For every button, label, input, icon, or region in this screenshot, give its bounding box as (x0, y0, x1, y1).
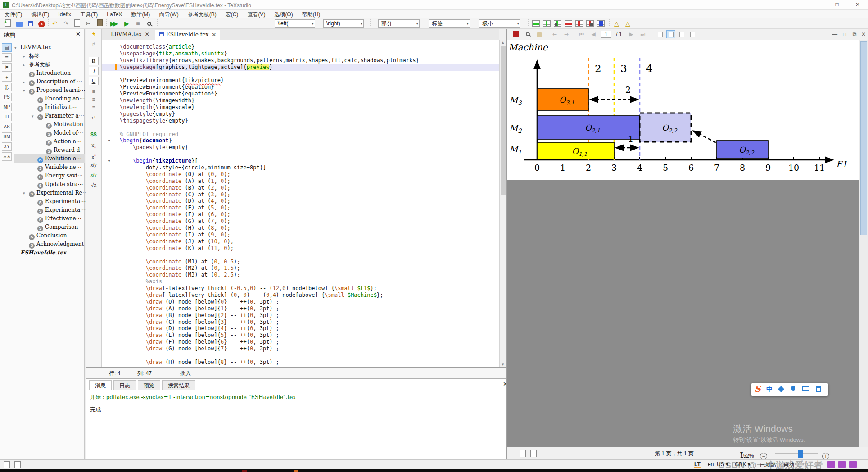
side-panel-icon[interactable]: ▤ (2, 43, 12, 52)
paste-icon[interactable] (95, 19, 104, 28)
section-dropdown[interactable]: 部分 (378, 19, 420, 28)
menu-item[interactable]: 选项(O) (270, 10, 297, 19)
code-line[interactable]: \coordinate (E) at (5, 0); (102, 204, 499, 211)
ime-grid-icon[interactable] (816, 386, 821, 392)
newline-icon[interactable]: ↵ (89, 113, 99, 122)
structure-item[interactable]: ▾LRVMA.tex (14, 43, 85, 52)
code-line[interactable]: \usepackage{tikz,amsmath,siunitx} (102, 50, 499, 57)
structure-item[interactable]: SAction a⋯ (14, 137, 85, 146)
pdf-first-page-icon[interactable]: ⏮ (577, 30, 586, 39)
side-panel-icon[interactable]: ∗ (2, 73, 12, 82)
code-line[interactable]: ▾ \begin{tikzpicture}[ (102, 158, 499, 164)
pdf-close-icon[interactable]: ✕ (859, 30, 868, 39)
table-paste-icon[interactable] (597, 20, 605, 27)
table-remove-column-icon[interactable] (575, 20, 583, 27)
structure-item[interactable]: SAcknowledgment (14, 240, 85, 249)
align-triangle-left-icon[interactable]: △ (612, 19, 621, 28)
table-cut-column-icon[interactable] (586, 20, 594, 27)
code-line[interactable]: \coordinate (M3) at (0, 2.5); (102, 272, 499, 278)
redo-icon[interactable]: ↷ (62, 19, 70, 28)
zoom-slider[interactable] (775, 453, 818, 454)
pdf-last-page-icon[interactable]: ⏭ (638, 30, 647, 39)
table-add-column-icon[interactable] (543, 20, 551, 27)
code-line[interactable]: \newlength{\imagewidth} (102, 97, 499, 104)
code-line[interactable]: \coordinate (C) at (3, 0); (102, 191, 499, 198)
ime-chinese-mode-icon[interactable]: 中 (766, 386, 773, 394)
menu-item[interactable]: Idefix (54, 10, 76, 18)
code-line[interactable]: \coordinate (K) at (11, 0); (102, 245, 499, 252)
code-editor[interactable]: \documentclass{article}\usepackage{tikz,… (102, 40, 499, 367)
scroll-up-icon[interactable]: ▲ (501, 41, 505, 45)
inline-math-icon[interactable]: $$ (89, 131, 99, 139)
underline-icon[interactable]: U (89, 77, 99, 85)
view-log-icon[interactable] (145, 19, 154, 28)
code-line[interactable]: \draw (F) node [below]{6} -- ++(0, 3pt) … (102, 339, 499, 345)
cut-icon[interactable]: ✂ (84, 19, 93, 28)
code-line[interactable]: \usepackage[graphics,tightpage,active]{p… (102, 64, 499, 71)
tab-close-icon[interactable]: ✕ (145, 31, 149, 37)
structure-item[interactable]: ▾SParameter a⋯ (14, 112, 85, 120)
code-line[interactable]: \pagestyle{empty} (102, 144, 499, 151)
pdf-page-input[interactable] (601, 31, 611, 38)
side-panel-icon[interactable]: MP (2, 103, 12, 111)
pdf-prev-page-icon[interactable]: ◀ (589, 30, 598, 39)
table-add-row-icon[interactable] (532, 20, 540, 27)
menu-item[interactable]: 查看(V) (243, 10, 270, 19)
code-line[interactable]: \draw (D) node [below]{4} -- ++(0, 3pt) … (102, 325, 499, 332)
code-line[interactable]: \draw (G) node [below]{7} -- ++(0, 3pt) … (102, 345, 499, 352)
pdf-presentation-icon[interactable] (688, 30, 697, 38)
pdf-back-icon[interactable]: ⬅ (550, 30, 559, 39)
code-line[interactable]: \coordinate (G) at (7, 0); (102, 218, 499, 225)
pdf-minimize-icon[interactable]: — (830, 30, 839, 39)
copy-icon[interactable] (73, 19, 81, 28)
code-line[interactable]: \coordinate (O) at (0, 0); (102, 171, 499, 178)
code-line[interactable]: \coordinate (D) at (4, 0); (102, 198, 499, 204)
build-view-icon[interactable]: ▶▶ (109, 19, 118, 28)
ime-toolbar[interactable]: S 中 (751, 383, 828, 396)
minimize-button[interactable]: — (806, 0, 827, 10)
pdf-hand-tool-icon[interactable] (535, 30, 544, 39)
scrollbar-thumb[interactable] (501, 46, 506, 195)
fraction-icon[interactable]: x/y (89, 161, 99, 170)
structure-item[interactable]: ▾SExperimental Re⋯ (14, 189, 85, 197)
new-file-icon[interactable]: + (4, 19, 12, 28)
annotation2-icon[interactable] (530, 450, 537, 457)
structure-item[interactable]: SIntroduction (14, 69, 85, 77)
code-line[interactable]: \draw (A) node [below]{1} -- ++(0, 3pt) … (102, 305, 499, 312)
ime-keyboard-icon[interactable] (802, 386, 809, 391)
stop-icon[interactable]: ■ (134, 19, 142, 28)
structure-item[interactable]: ▸参考文献 (14, 60, 85, 69)
code-line[interactable]: dot/.style={circle,minimum size=8pt}] (102, 164, 499, 171)
code-line[interactable]: \PreviewEnvironment{equation} (102, 84, 499, 91)
close-file-icon[interactable]: × (37, 19, 46, 28)
align-center-icon[interactable]: ≡ (89, 95, 99, 104)
code-line[interactable]: \thispagestyle{empty} (102, 118, 499, 124)
tab-preview[interactable]: 预览 (138, 380, 160, 390)
sogou-logo-icon[interactable]: S (755, 384, 761, 394)
pdf-detach-icon[interactable]: ⧉ (850, 30, 859, 39)
code-line[interactable]: \draw (E) node [below]{5} -- ++(0, 3pt) … (102, 332, 499, 339)
code-line[interactable]: \draw (H) node [below]{8} -- ++(0, 3pt) … (102, 359, 499, 366)
structure-close-icon[interactable]: ✕ (76, 31, 81, 37)
side-panel-icon[interactable]: ≣ (2, 53, 12, 62)
code-line[interactable]: %axis (102, 278, 499, 285)
pdf-single-page-icon[interactable] (656, 30, 665, 38)
code-line[interactable] (102, 151, 499, 158)
align-left-icon[interactable]: ≡ (89, 87, 99, 96)
structure-item[interactable]: SMotivation (14, 120, 85, 129)
structure-item[interactable]: ESHaveIdle.tex (14, 249, 85, 257)
code-line[interactable]: \documentclass{article} (102, 44, 499, 50)
menu-item[interactable]: 帮助(H) (298, 10, 325, 19)
size-dropdown[interactable]: 极小 (479, 19, 520, 28)
code-line[interactable] (102, 71, 499, 77)
code-line[interactable]: \draw[-latex][very thick] (0,-0) -- (0,4… (102, 292, 499, 299)
code-line[interactable]: \PreviewEnvironment{equation*} (102, 91, 499, 97)
side-panel-icon[interactable]: ([. (2, 83, 12, 91)
pdf-two-page-icon[interactable] (677, 30, 686, 38)
structure-item[interactable]: SEnergy savi⋯ (14, 172, 85, 180)
status-purple-icon-3[interactable] (849, 461, 857, 468)
side-panel-icon[interactable]: ⚑ (2, 63, 12, 72)
close-button[interactable]: ✕ (847, 0, 868, 10)
superscript-icon[interactable]: x▫ (89, 151, 99, 160)
code-line[interactable]: ▾\begin{document} (102, 137, 499, 144)
